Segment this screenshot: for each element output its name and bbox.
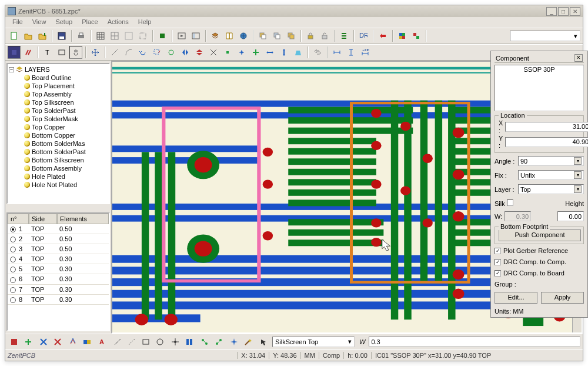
- menu-view[interactable]: View: [28, 17, 51, 28]
- layer-item[interactable]: Hole Plated: [9, 172, 108, 181]
- table-row[interactable]: 4TOP0.30: [8, 254, 109, 264]
- layer-item[interactable]: Top Copper: [9, 123, 108, 131]
- print-icon[interactable]: [75, 29, 88, 42]
- table-row[interactable]: 7TOP0.30: [8, 285, 109, 295]
- panel-close-icon[interactable]: ✕: [574, 54, 583, 62]
- menu-file[interactable]: File: [8, 17, 28, 28]
- netlist-icon[interactable]: [338, 29, 350, 42]
- book-icon[interactable]: [223, 29, 236, 42]
- layers-tree[interactable]: −LAYERS Board OutlineTop PlacementTop As…: [8, 64, 109, 190]
- maximize-button[interactable]: □: [558, 7, 569, 16]
- grid4-icon[interactable]: [136, 29, 149, 42]
- b-icon-5[interactable]: [66, 335, 79, 348]
- layer-item[interactable]: Top SolderMask: [9, 115, 108, 123]
- move-tool-icon[interactable]: [89, 46, 102, 59]
- hand-tool-icon[interactable]: [69, 46, 82, 59]
- line-icon[interactable]: [108, 46, 121, 59]
- fill-tool-icon[interactable]: [8, 46, 21, 59]
- dim-v-icon[interactable]: [345, 46, 358, 59]
- color2-icon[interactable]: [410, 29, 423, 42]
- b-icon-2[interactable]: [22, 335, 35, 348]
- b-icon-wand[interactable]: [242, 335, 255, 348]
- height-input[interactable]: [557, 211, 584, 221]
- grid2-icon[interactable]: [108, 29, 121, 42]
- close-button[interactable]: ✕: [570, 7, 580, 16]
- layers-icon[interactable]: [209, 29, 222, 42]
- layer-item[interactable]: Bottom Copper: [9, 131, 108, 139]
- row-radio[interactable]: [10, 267, 16, 272]
- push-component-button[interactable]: Push Component: [499, 229, 581, 241]
- bottom-w-input[interactable]: [369, 337, 580, 347]
- rotate1-icon[interactable]: [136, 46, 149, 59]
- flip-h-icon[interactable]: [179, 46, 192, 59]
- layer-select2[interactable]: Top▾: [518, 184, 584, 194]
- col-n[interactable]: n°: [8, 214, 29, 224]
- layer-item[interactable]: Top Assembly: [9, 90, 108, 98]
- menu-help[interactable]: Help: [133, 17, 156, 28]
- b-icon-6[interactable]: [81, 335, 93, 348]
- row-radio[interactable]: [10, 257, 16, 262]
- lock-icon[interactable]: [304, 29, 317, 42]
- grid3-icon[interactable]: [122, 29, 135, 42]
- b-icon-center[interactable]: [169, 335, 182, 348]
- titlebar[interactable]: ZenitPCB - 6851.zpc* _ □ ✕: [5, 5, 583, 17]
- globe-icon[interactable]: [237, 29, 250, 42]
- layer-item[interactable]: Hole Not Plated: [9, 181, 108, 189]
- import-icon[interactable]: [36, 29, 49, 42]
- minimize-button[interactable]: _: [546, 7, 557, 16]
- layer-item[interactable]: Top Placement: [9, 82, 108, 90]
- row-radio[interactable]: [10, 247, 16, 252]
- b-icon-a[interactable]: A: [96, 335, 109, 348]
- rotate-sel-icon[interactable]: [151, 46, 163, 59]
- main-dropdown[interactable]: ▾: [510, 31, 580, 41]
- b-icon-arrow[interactable]: [257, 335, 270, 348]
- elements-table[interactable]: n° Side Elements 1TOP0.50 2TOP0.50 3TOP0…: [8, 214, 109, 305]
- row-radio[interactable]: [10, 297, 16, 303]
- col-side[interactable]: Side: [29, 214, 57, 224]
- chk-gerber[interactable]: ✓: [495, 248, 501, 254]
- dup2-icon[interactable]: [270, 29, 283, 42]
- save-icon[interactable]: [55, 29, 68, 42]
- b-icon-spark[interactable]: [228, 335, 240, 348]
- flip-v-icon[interactable]: [193, 46, 206, 59]
- table-row[interactable]: 3TOP0.50: [8, 244, 109, 254]
- b-icon-3[interactable]: [37, 335, 50, 348]
- silk-checkbox[interactable]: [507, 199, 513, 206]
- b-icon-1[interactable]: [8, 335, 21, 348]
- menu-setup[interactable]: Setup: [51, 17, 77, 28]
- grid1-icon[interactable]: [94, 29, 107, 42]
- chk-drc-comp[interactable]: ✓: [495, 259, 501, 265]
- layer-select[interactable]: SilkScreen Top▾: [272, 337, 355, 347]
- dup1-icon[interactable]: [256, 29, 269, 42]
- table-row[interactable]: 1TOP0.50: [8, 224, 109, 234]
- row-radio[interactable]: [10, 287, 16, 293]
- layer-item[interactable]: Top SolderPast: [9, 107, 108, 115]
- strikes-icon[interactable]: [22, 46, 35, 59]
- play-icon[interactable]: [175, 29, 188, 42]
- layer-item[interactable]: Bottom SolderPast: [9, 148, 108, 156]
- dup3-icon[interactable]: [285, 29, 298, 42]
- drc-icon[interactable]: DRC: [357, 29, 370, 42]
- layer-item[interactable]: Bottom Assembly: [9, 164, 108, 172]
- fix-select[interactable]: Unfix▾: [518, 170, 584, 180]
- apply-button[interactable]: Apply: [541, 292, 584, 304]
- b-icon-g2[interactable]: [212, 335, 225, 348]
- b-icon-circ[interactable]: [153, 335, 166, 348]
- tool-d2-icon[interactable]: [235, 46, 248, 59]
- refresh-icon[interactable]: [165, 46, 178, 59]
- menu-place[interactable]: Place: [77, 17, 103, 28]
- unlock-icon[interactable]: [318, 29, 331, 42]
- row-radio[interactable]: [10, 277, 16, 283]
- b-icon-line[interactable]: [111, 335, 124, 348]
- table-row[interactable]: 5TOP0.30: [8, 264, 109, 274]
- cut-icon[interactable]: [207, 46, 220, 59]
- x-input[interactable]: [505, 122, 588, 132]
- b-icon-4[interactable]: [51, 335, 64, 348]
- pour-icon[interactable]: [292, 46, 305, 59]
- tool-d1-icon[interactable]: [221, 46, 234, 59]
- angle-select[interactable]: 90▾: [518, 156, 584, 166]
- table-row[interactable]: 6TOP0.30: [8, 274, 109, 284]
- y-input[interactable]: [505, 137, 588, 147]
- layer-item[interactable]: Board Outline: [9, 74, 108, 82]
- tool-d4-icon[interactable]: [263, 46, 276, 59]
